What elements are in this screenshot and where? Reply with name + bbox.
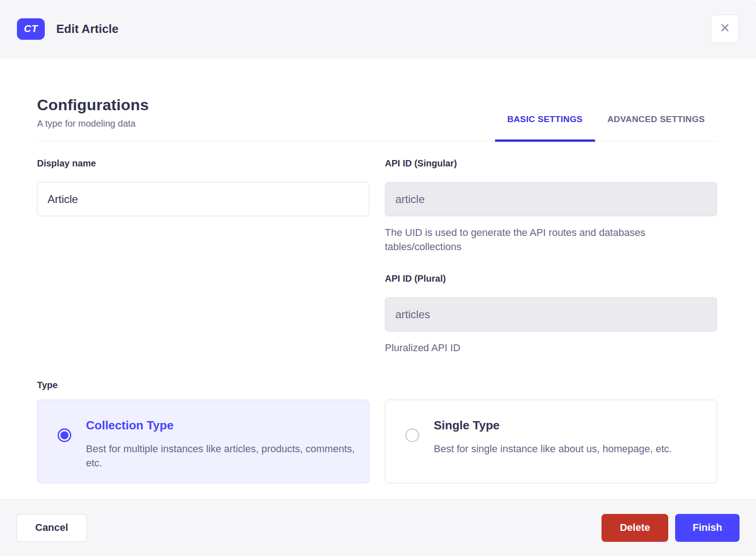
collection-type-radio-icon[interactable] [58, 428, 71, 442]
close-button[interactable]: × [711, 15, 739, 43]
api-id-plural-hint: Pluralized API ID [385, 341, 696, 355]
api-id-plural-field: API ID (Plural) Pluralized API ID [385, 273, 717, 355]
single-type-title: Single Type [434, 418, 672, 433]
modal-footer: Cancel Delete Finish [0, 499, 756, 556]
modal-title: Edit Article [56, 22, 118, 36]
form-column-right: API ID (Singular) The UID is used to gen… [385, 158, 717, 355]
configurations-header: Configurations A type for modeling data … [37, 96, 717, 141]
collection-type-text: Collection Type Best for multiple instan… [86, 418, 355, 470]
collection-type-title: Collection Type [86, 418, 355, 433]
type-options: Collection Type Best for multiple instan… [37, 400, 717, 483]
modal-header: CT Edit Article × [0, 0, 756, 58]
form-column-left: Display name [37, 158, 369, 355]
delete-button[interactable]: Delete [602, 514, 668, 542]
single-type-card[interactable]: Single Type Best for single instance lik… [385, 400, 717, 483]
display-name-label: Display name [37, 158, 369, 169]
api-id-plural-input [385, 297, 717, 331]
close-icon: × [720, 20, 729, 36]
type-label: Type [37, 380, 717, 390]
settings-tabs: BASIC SETTINGS ADVANCED SETTINGS [495, 114, 717, 141]
page-subtitle: A type for modeling data [37, 118, 149, 129]
cancel-button[interactable]: Cancel [16, 514, 87, 542]
modal-body: Configurations A type for modeling data … [0, 58, 756, 499]
single-type-description: Best for single instance like about us, … [434, 442, 672, 456]
content-type-badge: CT [17, 18, 45, 40]
page-title: Configurations [37, 96, 149, 114]
api-id-singular-hint: The UID is used to generate the API rout… [385, 225, 696, 254]
api-id-singular-field: API ID (Singular) The UID is used to gen… [385, 158, 717, 254]
tab-basic-settings[interactable]: BASIC SETTINGS [495, 114, 595, 141]
type-section: Type Collection Type Best for multiple i… [37, 380, 717, 483]
display-name-field: Display name [37, 158, 369, 216]
configurations-form: Display name API ID (Singular) The UID i… [37, 158, 717, 355]
single-type-text: Single Type Best for single instance lik… [434, 418, 672, 456]
single-type-radio-icon[interactable] [405, 428, 419, 442]
display-name-input[interactable] [37, 182, 369, 216]
api-id-singular-label: API ID (Singular) [385, 158, 717, 169]
content-type-badge-label: CT [24, 23, 37, 35]
configurations-titles: Configurations A type for modeling data [37, 96, 149, 141]
collection-type-card[interactable]: Collection Type Best for multiple instan… [37, 400, 369, 483]
api-id-plural-label: API ID (Plural) [385, 273, 717, 284]
collection-type-description: Best for multiple instances like article… [86, 442, 355, 470]
api-id-singular-input [385, 182, 717, 216]
finish-button[interactable]: Finish [675, 514, 740, 542]
tab-advanced-settings[interactable]: ADVANCED SETTINGS [595, 114, 717, 141]
